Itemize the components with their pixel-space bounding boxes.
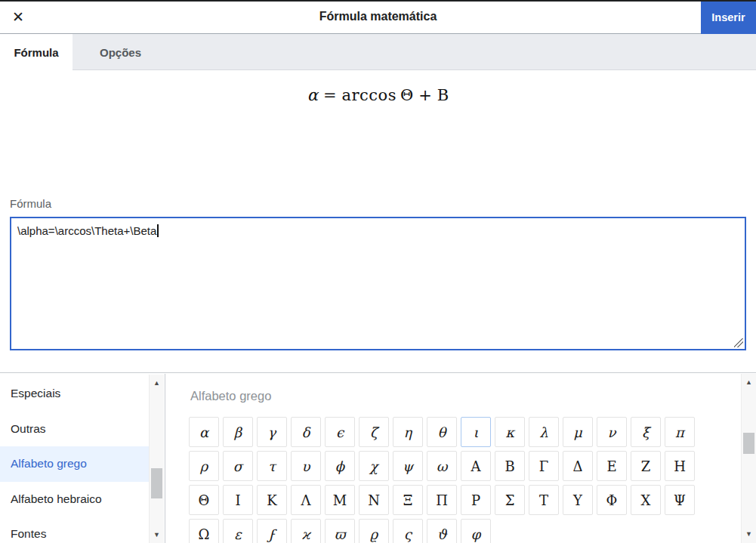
symbol-cell[interactable]: Γ xyxy=(529,451,559,481)
symbol-cell[interactable]: α xyxy=(189,417,219,447)
scroll-up-icon[interactable]: ▲ xyxy=(150,379,164,387)
symbol-cell[interactable]: μ xyxy=(563,417,593,447)
symbol-cell[interactable]: Η xyxy=(665,451,695,481)
sidebar-scrollbar[interactable]: ▲ ▼ xyxy=(149,375,164,543)
symbol-cell[interactable]: ω xyxy=(427,451,457,481)
panel-scrollbar[interactable]: ▲ ▼ xyxy=(741,374,756,543)
sidebar-item-alfabeto-grego[interactable]: Alfabeto grego xyxy=(0,446,149,482)
symbol-cell[interactable]: ι xyxy=(461,417,491,447)
symbol-booklet: EspeciaisOutrasAlfabeto gregoAlfabeto he… xyxy=(0,372,756,543)
symbol-cell[interactable]: Β xyxy=(495,451,525,481)
symbol-cell[interactable]: η xyxy=(393,417,423,447)
math-formula-dialog: ✕ Fórmula matemática Inserir Fórmula Opç… xyxy=(0,0,756,543)
symbol-cell[interactable]: ϖ xyxy=(325,519,355,543)
symbol-cell[interactable]: Ζ xyxy=(631,451,661,481)
symbol-cell[interactable]: β xyxy=(223,417,253,447)
symbol-cell[interactable]: Φ xyxy=(597,485,627,515)
tab-formula[interactable]: Fórmula xyxy=(0,34,73,70)
text-cursor xyxy=(157,224,159,237)
symbol-cell[interactable]: θ xyxy=(427,417,457,447)
preview-beta: B xyxy=(437,86,449,104)
category-list: EspeciaisOutrasAlfabeto gregoAlfabeto he… xyxy=(0,376,149,543)
formula-preview: α=arccosΘ+B xyxy=(0,86,756,104)
symbol-cell[interactable]: Σ xyxy=(495,485,525,515)
symbol-cell[interactable]: Ρ xyxy=(461,485,491,515)
symbol-cell[interactable]: Ν xyxy=(359,485,389,515)
symbol-cell[interactable]: σ xyxy=(223,451,253,481)
symbol-cell[interactable]: ε xyxy=(223,519,253,543)
insert-button[interactable]: Inserir xyxy=(701,0,756,34)
preview-plus: + xyxy=(418,86,432,104)
panel-scrollbar-thumb[interactable] xyxy=(743,433,754,454)
symbol-cell[interactable]: γ xyxy=(257,417,287,447)
symbol-cell[interactable]: Α xyxy=(461,451,491,481)
symbol-cell[interactable]: Τ xyxy=(529,485,559,515)
scroll-up-icon[interactable]: ▲ xyxy=(742,378,756,386)
symbol-cell[interactable]: Μ xyxy=(325,485,355,515)
symbol-cell[interactable]: Ι xyxy=(223,485,253,515)
preview-equals: = xyxy=(323,86,337,104)
symbol-cell[interactable]: Ψ xyxy=(665,485,695,515)
symbol-cell[interactable]: χ xyxy=(359,451,389,481)
symbol-cell[interactable]: Δ xyxy=(563,451,593,481)
formula-text: \alpha=\arccos\Theta+\Beta xyxy=(17,224,734,237)
symbol-cell[interactable]: Κ xyxy=(257,485,287,515)
symbol-cell[interactable]: Ω xyxy=(189,519,219,543)
preview-arccos: arccos xyxy=(342,86,397,104)
tab-options[interactable]: Opções xyxy=(82,34,159,70)
symbol-cell[interactable]: δ xyxy=(291,417,321,447)
sidebar-item-outras[interactable]: Outras xyxy=(0,412,149,447)
symbol-cell[interactable]: ϝ xyxy=(257,519,287,543)
symbol-cell[interactable]: κ xyxy=(495,417,525,447)
symbol-cell[interactable]: ξ xyxy=(631,417,661,447)
scroll-down-icon[interactable]: ▼ xyxy=(150,531,164,538)
symbol-cell[interactable]: Ξ xyxy=(393,485,423,515)
symbol-cell[interactable]: Ε xyxy=(597,451,627,481)
symbol-cell[interactable]: ρ xyxy=(189,451,219,481)
symbol-cell[interactable]: υ xyxy=(291,451,321,481)
symbol-cell[interactable]: Λ xyxy=(291,485,321,515)
symbol-cell[interactable]: Θ xyxy=(189,485,219,515)
symbol-cell[interactable]: Υ xyxy=(563,485,593,515)
symbol-cell[interactable]: ϰ xyxy=(291,519,321,543)
sidebar-item-fontes[interactable]: Fontes xyxy=(0,517,149,543)
symbol-cell[interactable]: Π xyxy=(427,485,457,515)
symbol-cell[interactable]: Χ xyxy=(631,485,661,515)
symbol-cell[interactable]: ϵ xyxy=(325,417,355,447)
scroll-down-icon[interactable]: ▼ xyxy=(742,530,756,538)
symbol-cell[interactable]: ϱ xyxy=(359,519,389,543)
symbol-cell[interactable]: ν xyxy=(597,417,627,447)
preview-alpha: α xyxy=(307,86,318,104)
symbol-cell[interactable]: λ xyxy=(529,417,559,447)
resize-handle-icon[interactable] xyxy=(734,338,743,347)
symbol-cell[interactable]: ς xyxy=(393,519,423,543)
sidebar-scrollbar-thumb[interactable] xyxy=(151,468,162,498)
dialog-top-border xyxy=(0,0,756,2)
sidebar-item-alfabeto-hebraico[interactable]: Alfabeto hebraico xyxy=(0,482,149,517)
sidebar-item-especiais[interactable]: Especiais xyxy=(0,376,149,412)
symbol-panel: Alfabeto grego αβγδϵζηθικλμνξπρστυϕχψωΑΒ… xyxy=(166,374,741,543)
symbol-panel-heading: Alfabeto grego xyxy=(190,389,271,403)
symbol-cell[interactable]: π xyxy=(665,417,695,447)
symbol-cell[interactable]: ψ xyxy=(393,451,423,481)
preview-theta: Θ xyxy=(400,86,413,104)
symbol-cell[interactable]: ϑ xyxy=(427,519,457,543)
symbol-cell[interactable]: τ xyxy=(257,451,287,481)
formula-input-label: Fórmula xyxy=(10,197,51,210)
dialog-header: ✕ Fórmula matemática Inserir xyxy=(0,0,756,34)
symbol-cell[interactable]: φ xyxy=(461,519,491,543)
tab-bar: Fórmula Opções xyxy=(0,34,756,70)
symbol-cell[interactable]: ϕ xyxy=(325,451,355,481)
symbol-grid: αβγδϵζηθικλμνξπρστυϕχψωΑΒΓΔΕΖΗΘΙΚΛΜΝΞΠΡΣ… xyxy=(189,417,696,543)
formula-textarea[interactable]: \alpha=\arccos\Theta+\Beta xyxy=(10,217,746,350)
category-sidebar: EspeciaisOutrasAlfabeto gregoAlfabeto he… xyxy=(0,374,165,543)
dialog-title: Fórmula matemática xyxy=(0,10,756,23)
symbol-cell[interactable]: ζ xyxy=(359,417,389,447)
